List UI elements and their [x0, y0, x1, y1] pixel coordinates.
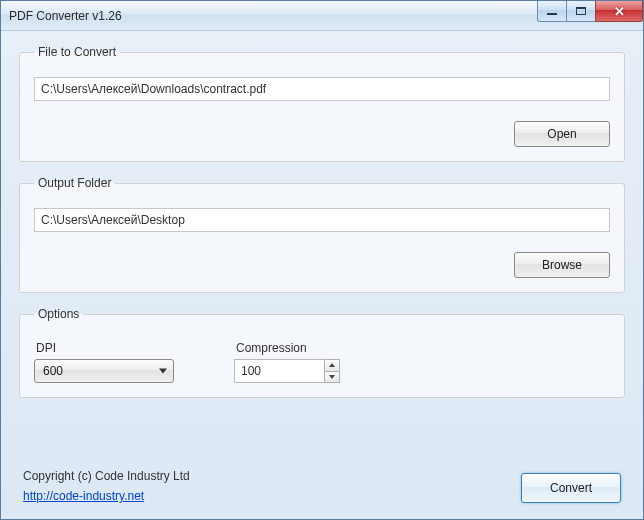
compression-down-button[interactable] [325, 371, 339, 383]
output-folder-legend: Output Folder [34, 176, 115, 190]
compression-spinner [234, 359, 340, 383]
dpi-label: DPI [34, 341, 174, 355]
options-group: Options DPI 600 Compression [19, 307, 625, 398]
titlebar: PDF Converter v1.26 ✕ [1, 1, 643, 31]
chevron-up-icon [329, 363, 335, 367]
file-to-convert-legend: File to Convert [34, 45, 120, 59]
spinner-buttons [324, 359, 340, 383]
dpi-select[interactable]: 600 [34, 359, 174, 383]
output-path-input[interactable] [34, 208, 610, 232]
app-window: PDF Converter v1.26 ✕ File to Convert Op… [0, 0, 644, 520]
compression-input[interactable] [234, 359, 324, 383]
website-link[interactable]: http://code-industry.net [23, 489, 190, 503]
maximize-button[interactable] [566, 1, 596, 22]
compression-option: Compression [234, 341, 340, 383]
output-folder-group: Output Folder Browse [19, 176, 625, 293]
compression-up-button[interactable] [325, 360, 339, 371]
minimize-icon [547, 13, 557, 15]
window-controls: ✕ [538, 1, 643, 22]
dpi-value: 600 [43, 364, 63, 378]
close-icon: ✕ [614, 4, 625, 19]
options-legend: Options [34, 307, 83, 321]
open-button[interactable]: Open [514, 121, 610, 147]
minimize-button[interactable] [537, 1, 567, 22]
client-area: File to Convert Open Output Folder Brows… [1, 31, 643, 519]
copyright-text: Copyright (c) Code Industry Ltd [23, 469, 190, 483]
dpi-option: DPI 600 [34, 341, 174, 383]
close-button[interactable]: ✕ [595, 1, 643, 22]
convert-button[interactable]: Convert [521, 473, 621, 503]
compression-label: Compression [234, 341, 340, 355]
file-path-input[interactable] [34, 77, 610, 101]
footer: Copyright (c) Code Industry Ltd http://c… [19, 463, 625, 505]
browse-button[interactable]: Browse [514, 252, 610, 278]
file-to-convert-group: File to Convert Open [19, 45, 625, 162]
maximize-icon [576, 7, 586, 15]
chevron-down-icon [159, 369, 167, 374]
chevron-down-icon [329, 375, 335, 379]
window-title: PDF Converter v1.26 [9, 9, 122, 23]
